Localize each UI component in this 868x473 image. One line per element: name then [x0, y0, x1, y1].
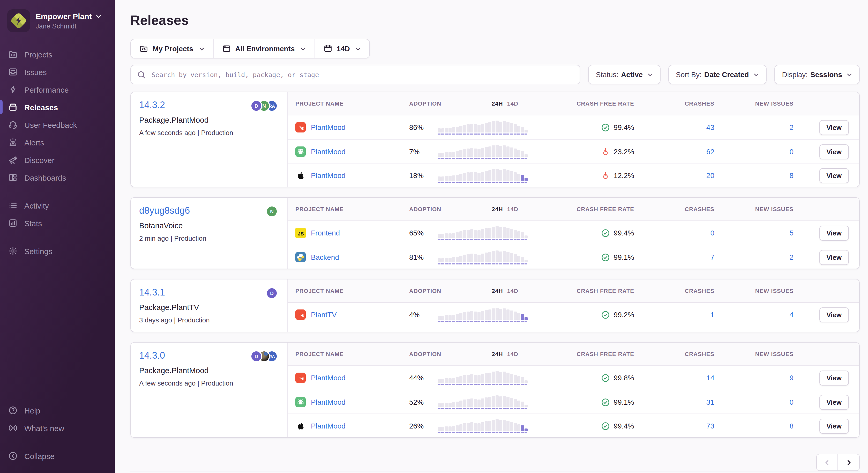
- adoption-value: 52%: [409, 398, 438, 406]
- release-version-link[interactable]: d8yug8sdg6: [139, 205, 190, 216]
- release-group: 14.3.0DRAPackage.PlantMoodA few seconds …: [130, 342, 860, 438]
- crashes-cell: 31: [635, 397, 714, 407]
- status-dropdown[interactable]: Status:Active: [588, 65, 660, 84]
- new-issues-link[interactable]: 8: [789, 171, 794, 180]
- view-release-button[interactable]: View: [819, 120, 849, 135]
- project-link[interactable]: PlantMood: [311, 422, 345, 430]
- project-link[interactable]: PlantMood: [311, 171, 345, 180]
- view-release-button[interactable]: View: [819, 394, 849, 410]
- project-link[interactable]: PlantMood: [311, 123, 345, 131]
- search-box[interactable]: [130, 65, 580, 84]
- spark-bar: [525, 235, 527, 238]
- new-issues-link[interactable]: 0: [789, 147, 794, 156]
- view-release-button[interactable]: View: [819, 418, 849, 434]
- sidebar-item-collapse[interactable]: Collapse: [0, 447, 115, 465]
- project-link[interactable]: PlantMood: [311, 398, 345, 406]
- view-release-button[interactable]: View: [819, 225, 849, 240]
- sidebar-item-activity[interactable]: Activity: [0, 197, 115, 214]
- environments-filter-button[interactable]: All Environments: [213, 39, 314, 58]
- avatar[interactable]: D: [266, 287, 278, 299]
- spark-bar: [459, 424, 462, 431]
- chevron-down-icon: [300, 46, 306, 51]
- new-issues-link[interactable]: 2: [789, 123, 794, 131]
- sidebar-item-label: Settings: [24, 246, 52, 256]
- new-issues-link[interactable]: 0: [789, 398, 794, 406]
- release-version-link[interactable]: 14.3.1: [139, 287, 165, 298]
- new-issues-link[interactable]: 5: [789, 229, 794, 237]
- release-version-link[interactable]: 14.3.2: [139, 100, 165, 111]
- avatar[interactable]: N: [266, 205, 278, 217]
- sidebar-item-projects[interactable]: Projects: [0, 46, 115, 63]
- sort-dropdown[interactable]: Sort By:Date Created: [668, 65, 766, 84]
- date-range-filter-button[interactable]: 14D: [314, 39, 369, 58]
- chart-period-24h[interactable]: 24H: [492, 206, 503, 212]
- chart-period-24h[interactable]: 24H: [492, 288, 503, 294]
- previous-page-button[interactable]: [816, 454, 838, 471]
- project-link[interactable]: PlantTV: [311, 311, 337, 319]
- display-dropdown[interactable]: Display:Sessions: [774, 65, 860, 84]
- view-release-button[interactable]: View: [819, 250, 849, 265]
- sidebar-item-alerts[interactable]: Alerts: [0, 134, 115, 151]
- new-issues-link[interactable]: 4: [789, 311, 794, 319]
- new-issues-link[interactable]: 2: [789, 253, 794, 261]
- chart-period-24h[interactable]: 24H: [492, 100, 503, 107]
- crashes-link[interactable]: 62: [706, 147, 714, 156]
- spark-bar: [488, 146, 491, 157]
- sidebar-item-stats[interactable]: Stats: [0, 214, 115, 232]
- chart-period-14d[interactable]: 14D: [507, 206, 518, 212]
- next-page-button[interactable]: [838, 454, 860, 471]
- sidebar-item-dashboards[interactable]: Dashboards: [0, 169, 115, 186]
- sidebar-item-issues[interactable]: Issues: [0, 63, 115, 81]
- spark-bar: [521, 127, 524, 132]
- spark-bar: [474, 172, 477, 181]
- project-link[interactable]: Frontend: [311, 229, 340, 237]
- crash-free-value: 99.4%: [614, 229, 634, 237]
- new-issues-link[interactable]: 8: [789, 422, 794, 430]
- chart-period-14d[interactable]: 14D: [507, 100, 518, 107]
- platform-js-icon: JS: [296, 228, 306, 238]
- sidebar-item-performance[interactable]: Performance: [0, 81, 115, 98]
- sidebar-item-settings[interactable]: Settings: [0, 242, 115, 260]
- release-version-link[interactable]: 14.3.0: [139, 350, 165, 361]
- platform-swift-icon: [296, 122, 306, 132]
- spark-bar: [463, 400, 466, 407]
- view-release-button[interactable]: View: [819, 370, 849, 385]
- chart-period-24h[interactable]: 24H: [492, 351, 503, 357]
- projects-filter-button[interactable]: My Projects: [131, 39, 213, 58]
- search-input[interactable]: [151, 70, 574, 79]
- crashes-link[interactable]: 14: [706, 374, 714, 382]
- project-link[interactable]: PlantMood: [311, 147, 345, 156]
- folder-code-icon: [140, 45, 148, 53]
- crashes-link[interactable]: 0: [710, 229, 714, 237]
- sidebar-item-releases[interactable]: Releases: [0, 98, 115, 116]
- avatar[interactable]: D: [250, 350, 262, 362]
- crashes-link[interactable]: 1: [710, 311, 714, 319]
- org-switcher[interactable]: Empower Plant Jane Schmidt: [0, 6, 115, 35]
- view-release-button[interactable]: View: [819, 144, 849, 159]
- crashes-link[interactable]: 31: [706, 398, 714, 406]
- crashes-link[interactable]: 20: [706, 171, 714, 180]
- spark-bar: [525, 178, 527, 181]
- sidebar-item-help[interactable]: Help: [0, 402, 115, 419]
- sidebar-item-user-feedback[interactable]: User Feedback: [0, 116, 115, 134]
- crashes-link[interactable]: 73: [706, 422, 714, 430]
- spark-bar: [448, 152, 451, 157]
- spark-bar: [499, 309, 502, 320]
- project-link[interactable]: Backend: [311, 253, 339, 261]
- spark-bar: [445, 403, 448, 407]
- spark-bar: [477, 173, 480, 181]
- new-issues-link[interactable]: 9: [789, 374, 794, 382]
- sidebar-item-whats-new[interactable]: What's new: [0, 419, 115, 437]
- crashes-link[interactable]: 7: [710, 253, 714, 261]
- spark-bar: [459, 256, 462, 262]
- spark-bar: [503, 121, 506, 132]
- spark-bar: [470, 229, 473, 238]
- avatar[interactable]: D: [250, 100, 262, 112]
- view-release-button[interactable]: View: [819, 307, 849, 322]
- sidebar-item-discover[interactable]: Discover: [0, 151, 115, 169]
- view-release-button[interactable]: View: [819, 168, 849, 183]
- chart-period-14d[interactable]: 14D: [507, 351, 518, 357]
- crashes-link[interactable]: 43: [706, 123, 714, 131]
- chart-period-14d[interactable]: 14D: [507, 288, 518, 294]
- project-link[interactable]: PlantMood: [311, 374, 345, 382]
